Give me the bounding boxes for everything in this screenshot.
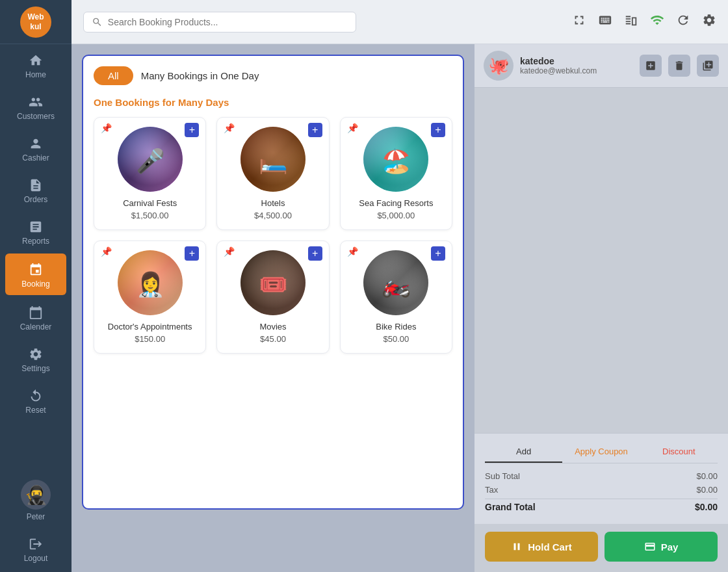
- logo: Web kul: [0, 0, 72, 44]
- pin-icon: 📌: [101, 246, 112, 257]
- grand-total-row: Grand Total $0.00: [485, 499, 718, 512]
- cart-items-area: [474, 88, 728, 433]
- sidebar-item-booking[interactable]: Booking: [5, 254, 66, 295]
- logo-icon: Web kul: [20, 6, 51, 38]
- fullscreen-icon[interactable]: [572, 13, 586, 31]
- sidebar-item-home[interactable]: Home: [0, 44, 72, 86]
- tab-many-bookings[interactable]: Many Bookings in One Day: [141, 70, 259, 81]
- view-customer-button[interactable]: [697, 55, 719, 77]
- product-card-doctor[interactable]: 📌 + 👩‍⚕️ Doctor's Appointments $150.00: [94, 240, 206, 354]
- sidebar-item-settings[interactable]: Settings: [0, 338, 72, 380]
- category-panel: All Many Bookings in One Day One Booking…: [82, 55, 464, 510]
- cart-totals: Add Apply Coupon Discount Sub Total $0.0…: [474, 433, 728, 524]
- wifi-icon[interactable]: [650, 13, 664, 31]
- sidebar-item-cashier[interactable]: Cashier: [0, 127, 72, 169]
- settings-icon: [29, 347, 43, 361]
- plus-icon: [645, 60, 656, 72]
- add-to-cart-hotels[interactable]: +: [308, 123, 322, 137]
- sidebar-item-label: Cashier: [22, 153, 49, 162]
- cashier-icon: [29, 136, 43, 151]
- delete-customer-button[interactable]: [668, 55, 690, 77]
- product-name: Bike Rides: [376, 322, 416, 332]
- subtotal-label: Sub Total: [485, 471, 520, 481]
- hold-cart-button[interactable]: Hold Cart: [485, 532, 598, 562]
- topbar-icons: [572, 13, 716, 31]
- product-name: Sea Facing Resorts: [359, 198, 433, 208]
- product-name: Carnival Fests: [123, 198, 177, 208]
- add-to-cart-movies[interactable]: +: [308, 246, 322, 261]
- product-image-doctor: 👩‍⚕️: [118, 250, 183, 315]
- pin-icon: 📌: [101, 123, 112, 133]
- split-icon[interactable]: [624, 13, 638, 31]
- product-price: $5,000.00: [377, 211, 415, 220]
- gear-icon[interactable]: [702, 13, 716, 31]
- grand-total-value: $0.00: [695, 502, 718, 512]
- sidebar-item-label: Booking: [21, 280, 49, 289]
- main-content: All Many Bookings in One Day One Booking…: [72, 0, 728, 572]
- product-grid-row1: 📌 + 🎤 Carnival Fests $1,500.00 📌 + �: [94, 117, 452, 230]
- totals-tabs: Add Apply Coupon Discount: [485, 441, 718, 463]
- sidebar-item-label: Home: [25, 70, 46, 79]
- product-card-hotels[interactable]: 📌 + 🛏️ Hotels $4,500.00: [216, 117, 329, 230]
- add-to-cart-sea-resorts[interactable]: +: [431, 123, 445, 137]
- avatar: 🥷: [21, 480, 51, 510]
- hold-icon: [511, 541, 523, 552]
- sidebar-item-customers[interactable]: Customers: [0, 86, 72, 127]
- product-image-resort: 🏖️: [363, 127, 428, 192]
- tab-all[interactable]: All: [94, 66, 133, 85]
- add-to-cart-bike-rides[interactable]: +: [431, 246, 445, 261]
- reset-icon: [29, 389, 43, 403]
- product-name: Hotels: [261, 198, 285, 208]
- svg-text:👩‍⚕️: 👩‍⚕️: [135, 270, 164, 298]
- customer-info: katedoe katedoe@webkul.com: [520, 56, 633, 75]
- sidebar-item-logout[interactable]: Logout: [0, 530, 72, 572]
- product-grid-row2: 📌 + 👩‍⚕️ Doctor's Appointments $150.00 📌…: [94, 240, 452, 354]
- tab-discount[interactable]: Discount: [640, 441, 718, 463]
- product-image-hotels: 🛏️: [240, 127, 306, 192]
- sidebar-item-label: Customers: [17, 112, 55, 121]
- product-image-carnival: 🎤: [118, 127, 183, 192]
- product-price: $4,500.00: [254, 211, 292, 220]
- product-name: Doctor's Appointments: [108, 322, 192, 332]
- product-price: $1,500.00: [131, 211, 169, 220]
- sidebar-item-reset[interactable]: Reset: [0, 380, 72, 421]
- svg-text:🛏️: 🛏️: [258, 147, 287, 175]
- customer-avatar: 🐙: [484, 51, 514, 81]
- product-name: Movies: [259, 322, 286, 332]
- sidebar-item-reports[interactable]: Reports: [0, 211, 72, 252]
- logout-icon: [29, 537, 43, 551]
- add-customer-button[interactable]: [640, 55, 662, 77]
- pin-icon: 📌: [224, 123, 235, 133]
- add-to-cart-carnival[interactable]: +: [185, 123, 199, 137]
- svg-text:🏖️: 🏖️: [382, 147, 411, 175]
- customer-bar: 🐙 katedoe katedoe@webkul.com: [474, 44, 728, 88]
- products-panel: All Many Bookings in One Day One Booking…: [72, 44, 474, 572]
- product-card-movies[interactable]: 📌 + 🎟️ Movies $45.00: [216, 240, 329, 354]
- product-card-carnival-fests[interactable]: 📌 + 🎤 Carnival Fests $1,500.00: [94, 117, 206, 230]
- section-title: One Bookings for Many Days: [94, 97, 452, 108]
- svg-text:🎟️: 🎟️: [258, 270, 287, 298]
- trash-icon: [673, 60, 685, 72]
- search-box[interactable]: [83, 12, 356, 32]
- sidebar-item-calender[interactable]: Calender: [0, 296, 72, 338]
- product-price: $45.00: [260, 334, 286, 344]
- keyboard-icon[interactable]: [598, 13, 612, 31]
- sidebar: Web kul Home Customers Cashier Orders Re…: [0, 0, 72, 572]
- subtotal-value: $0.00: [696, 471, 718, 481]
- reports-icon: [29, 220, 43, 234]
- sidebar-item-label: Reports: [22, 237, 49, 246]
- svg-text:🎤: 🎤: [135, 147, 164, 175]
- search-input[interactable]: [108, 17, 348, 27]
- logout-label: Logout: [24, 554, 48, 563]
- pay-button[interactable]: Pay: [604, 532, 718, 562]
- product-price: $50.00: [383, 334, 409, 344]
- tab-add[interactable]: Add: [485, 441, 562, 463]
- grand-total-label: Grand Total: [485, 502, 536, 512]
- sidebar-item-orders[interactable]: Orders: [0, 169, 72, 211]
- refresh-icon[interactable]: [676, 13, 690, 31]
- add-to-cart-doctor[interactable]: +: [185, 246, 199, 261]
- product-card-bike-rides[interactable]: 📌 + 🏍️ Bike Rides $50.00: [340, 240, 452, 354]
- tax-label: Tax: [485, 485, 498, 495]
- tab-apply-coupon[interactable]: Apply Coupon: [562, 441, 640, 463]
- product-card-sea-resorts[interactable]: 📌 + 🏖️ Sea Facing Resorts $5,000.00: [340, 117, 452, 230]
